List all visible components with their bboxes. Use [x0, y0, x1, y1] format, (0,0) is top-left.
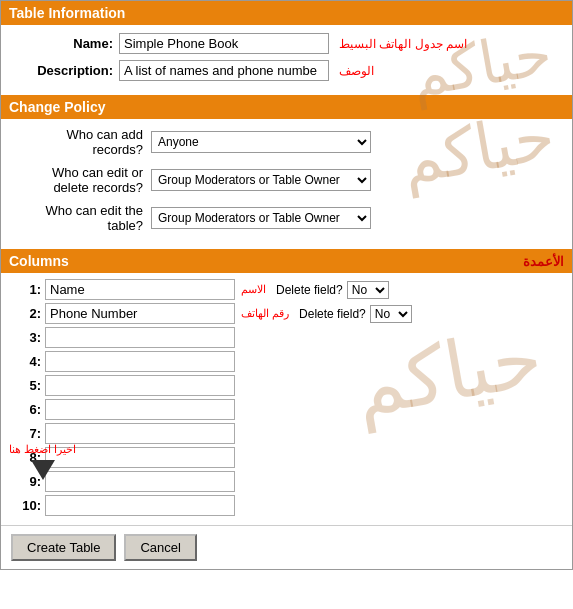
- name-arabic-hint: اسم جدول الهاتف البسيط: [339, 37, 467, 51]
- col-input-7[interactable]: [45, 423, 235, 444]
- col-row-9: 9:: [13, 471, 560, 492]
- name-row: Name: اسم جدول الهاتف البسيط: [13, 33, 560, 54]
- col-num-6: 6:: [13, 402, 41, 417]
- col-num-1: 1:: [13, 282, 41, 297]
- description-input[interactable]: [119, 60, 329, 81]
- change-policy-title: Change Policy: [9, 99, 105, 115]
- col-num-2: 2:: [13, 306, 41, 321]
- footer-buttons: Create Table Cancel: [1, 525, 572, 569]
- policy-row-1: Who can add records? Anyone Group Modera…: [13, 127, 430, 157]
- col-num-7: 7:: [13, 426, 41, 441]
- table-info-title: Table Information: [9, 5, 125, 21]
- delete-label-1: Delete field?: [276, 283, 343, 297]
- name-label: Name:: [13, 36, 113, 51]
- columns-arabic-title: الأعمدة: [523, 254, 564, 269]
- arrow-hint-text: اخيرا اضغط هنا: [9, 443, 76, 456]
- policy-label-1: Who can add records?: [13, 127, 143, 157]
- col-num-4: 4:: [13, 354, 41, 369]
- policy-row-3: Who can edit the table? Anyone Group Mod…: [13, 203, 430, 233]
- policy-select-3[interactable]: Anyone Group Moderators or Table Owner T…: [151, 207, 371, 229]
- col-input-1[interactable]: [45, 279, 235, 300]
- columns-title: Columns: [9, 253, 69, 269]
- col-input-5[interactable]: [45, 375, 235, 396]
- col-input-3[interactable]: [45, 327, 235, 348]
- delete-label-2: Delete field?: [299, 307, 366, 321]
- policy-select-2[interactable]: Anyone Group Moderators or Table Owner T…: [151, 169, 371, 191]
- col-row-4: 4:: [13, 351, 560, 372]
- col-row-5: 5:: [13, 375, 560, 396]
- col-input-2[interactable]: [45, 303, 235, 324]
- col-arabic-2: رقم الهاتف: [241, 307, 289, 320]
- col-num-5: 5:: [13, 378, 41, 393]
- page-wrapper: Table Information حياكم Name: اسم جدول ا…: [0, 0, 573, 570]
- col-num-3: 3:: [13, 330, 41, 345]
- columns-section: حياكم 1: الاسم Delete field? NoYes 2: رق…: [1, 273, 572, 525]
- name-input[interactable]: [119, 33, 329, 54]
- policy-label-2: Who can edit or delete records?: [13, 165, 143, 195]
- arrow-hint-area: اخيرا اضغط هنا: [9, 443, 76, 480]
- cancel-button[interactable]: Cancel: [124, 534, 196, 561]
- col-input-10[interactable]: [45, 495, 235, 516]
- col-row-2: 2: رقم الهاتف Delete field? NoYes: [13, 303, 560, 324]
- description-row: Description: الوصف: [13, 60, 560, 81]
- col-input-4[interactable]: [45, 351, 235, 372]
- col-row-1: 1: الاسم Delete field? NoYes: [13, 279, 560, 300]
- col-row-6: 6:: [13, 399, 560, 420]
- col-row-10: 10:: [13, 495, 560, 516]
- arrow-down-icon: [31, 460, 55, 480]
- col-num-10: 10:: [13, 498, 41, 513]
- change-policy-section: Who can add records? Anyone Group Modera…: [1, 119, 572, 249]
- policy-label-3: Who can edit the table?: [13, 203, 143, 233]
- description-arabic-hint: الوصف: [339, 64, 374, 78]
- col-arabic-1: الاسم: [241, 283, 266, 296]
- delete-select-2[interactable]: NoYes: [370, 305, 412, 323]
- col-row-3: 3:: [13, 327, 560, 348]
- delete-select-1[interactable]: NoYes: [347, 281, 389, 299]
- col-input-6[interactable]: [45, 399, 235, 420]
- description-label: Description:: [13, 63, 113, 78]
- col-row-7: 7:: [13, 423, 560, 444]
- create-table-button[interactable]: Create Table: [11, 534, 116, 561]
- policy-row-2: Who can edit or delete records? Anyone G…: [13, 165, 430, 195]
- table-info-section: حياكم Name: اسم جدول الهاتف البسيط Descr…: [1, 25, 572, 95]
- col-row-8: 8:: [13, 447, 560, 468]
- columns-header: Columns الأعمدة: [1, 249, 572, 273]
- policy-select-1[interactable]: Anyone Group Moderators or Table Owner T…: [151, 131, 371, 153]
- table-info-header: Table Information: [1, 1, 572, 25]
